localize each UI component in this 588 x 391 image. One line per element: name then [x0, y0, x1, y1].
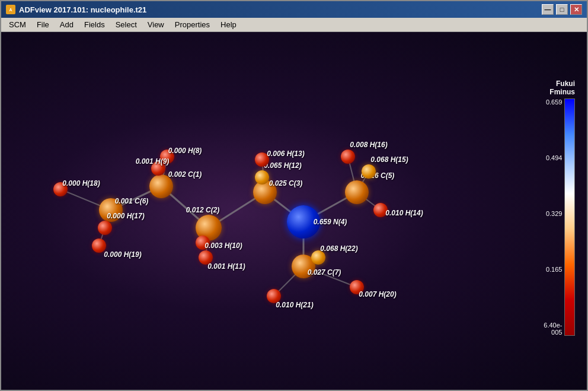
menu-item-file[interactable]: File	[31, 18, 55, 31]
close-button[interactable]: ✕	[570, 4, 582, 15]
legend-val3: 0.165	[539, 266, 562, 273]
menu-item-help[interactable]: Help	[215, 18, 242, 31]
legend-val2: 0.329	[539, 210, 562, 217]
atom-h10[interactable]	[196, 236, 210, 250]
atom-h9[interactable]	[151, 161, 165, 176]
atom-h15[interactable]	[362, 164, 376, 179]
atom-c6[interactable]	[99, 198, 123, 222]
legend-max: 0.659	[539, 98, 562, 106]
atom-h16[interactable]	[341, 150, 355, 164]
atom-h8[interactable]	[160, 150, 174, 164]
menu-item-view[interactable]: View	[142, 18, 170, 31]
atom-h20[interactable]	[350, 280, 364, 294]
legend-title: Fukui Fminus	[539, 80, 575, 96]
maximize-button[interactable]: □	[556, 4, 568, 15]
atom-h11[interactable]	[199, 250, 213, 265]
atom-h18[interactable]	[53, 182, 68, 196]
menu-item-properties[interactable]: Properties	[170, 18, 215, 31]
menu-bar: SCMFileAddFieldsSelectViewPropertiesHelp	[1, 18, 587, 32]
legend-min: 6.40e-005	[539, 322, 562, 336]
3d-viewport[interactable]: 0.659 N(4)0.012 C(2)0.002 C(1)0.025 C(3)…	[1, 32, 587, 390]
atom-n4[interactable]	[287, 205, 320, 239]
legend-gradient-bar	[564, 98, 575, 336]
atom-h19[interactable]	[92, 239, 106, 253]
minimize-button[interactable]: —	[542, 4, 554, 15]
menu-item-scm[interactable]: SCM	[4, 18, 31, 31]
atom-h14[interactable]	[373, 203, 388, 217]
atom-h13[interactable]	[255, 152, 269, 167]
title-bar: A ADFview 2017.101: nucleophile.t21 — □ …	[1, 1, 587, 18]
atom-c3[interactable]	[253, 180, 277, 204]
svg-text:A: A	[9, 8, 12, 12]
atom-h22[interactable]	[311, 250, 325, 265]
menu-item-add[interactable]: Add	[55, 18, 79, 31]
atom-h21[interactable]	[267, 289, 281, 303]
window-controls: — □ ✕	[542, 4, 582, 15]
app-icon: A	[6, 5, 15, 14]
atom-c5[interactable]	[345, 180, 369, 204]
color-legend: Fukui Fminus 0.659 0.494 0.329 0.165 6.4…	[539, 80, 575, 336]
atom-h17[interactable]	[98, 221, 112, 235]
menu-item-fields[interactable]: Fields	[79, 18, 110, 31]
main-window: A ADFview 2017.101: nucleophile.t21 — □ …	[0, 0, 588, 391]
atom-c1[interactable]	[149, 174, 173, 198]
legend-val1: 0.494	[539, 154, 562, 161]
menu-item-select[interactable]: Select	[110, 18, 142, 31]
atom-h12[interactable]	[255, 170, 269, 185]
window-title: ADFview 2017.101: nucleophile.t21	[19, 5, 542, 14]
